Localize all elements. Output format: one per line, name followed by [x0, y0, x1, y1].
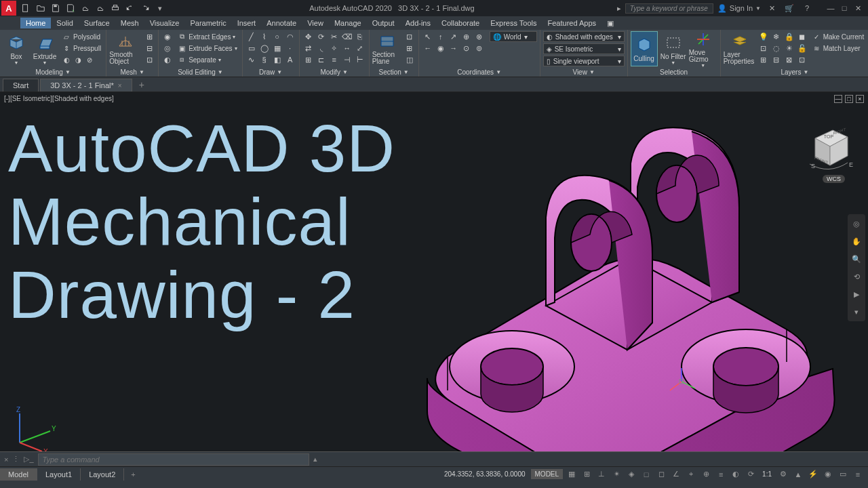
presspull-button[interactable]: ⇕Presspull — [60, 43, 103, 54]
anno-monitor-icon[interactable]: ▲ — [792, 468, 804, 481]
subtract-icon[interactable]: ◎ — [161, 43, 174, 54]
layout-tab-2[interactable]: Layout2 — [81, 468, 124, 481]
separate-button[interactable]: ⧈Separate▾ — [175, 54, 239, 65]
new-tab-button[interactable]: + — [134, 78, 150, 92]
model-space-button[interactable]: MODEL — [531, 469, 564, 479]
tab-surface[interactable]: Surface — [79, 18, 115, 28]
minimize-button[interactable]: — — [825, 3, 837, 14]
lineweight-status-icon[interactable]: ≡ — [715, 468, 727, 481]
helix-icon[interactable]: § — [258, 54, 271, 65]
tab-express[interactable]: Express Tools — [485, 18, 542, 28]
section-plane-button[interactable]: Section Plane — [372, 31, 402, 66]
coord-7[interactable]: ◉ — [435, 43, 447, 54]
saveas-icon[interactable] — [64, 1, 77, 15]
layer-off-icon[interactable]: ◌ — [770, 43, 783, 54]
align-icon[interactable]: ≡ — [328, 54, 340, 65]
coord-2[interactable]: ↑ — [435, 31, 447, 42]
layer-freeze-icon[interactable]: ❄ — [770, 31, 783, 42]
coord-5[interactable]: ⊗ — [473, 31, 486, 42]
dynucs-status-icon[interactable]: ⌖ — [685, 468, 697, 481]
tab-collaborate[interactable]: Collaborate — [436, 18, 485, 28]
layout-tab-1[interactable]: Layout1 — [37, 468, 81, 481]
section-more-3[interactable]: ◫ — [403, 54, 416, 65]
tab-output[interactable]: Output — [367, 18, 400, 28]
tab-addins[interactable]: Add-ins — [400, 18, 436, 28]
view-preset-dropdown[interactable]: ◈ SE Isometric ▾ — [543, 43, 625, 54]
customize-status-icon[interactable]: ≡ — [852, 468, 864, 481]
open-icon[interactable] — [34, 1, 47, 15]
cart-icon[interactable]: 🛒 — [783, 1, 796, 15]
drawing-viewport[interactable]: [-][SE Isometric][Shaded with edges] — □… — [0, 92, 868, 466]
text-icon[interactable]: A — [284, 54, 296, 65]
coord-4[interactable]: ⊕ — [460, 31, 473, 42]
world-dropdown[interactable]: 🌐 World ▾ — [490, 31, 537, 42]
union-icon[interactable]: ◉ — [161, 31, 174, 42]
layer-misc-2[interactable]: ⊟ — [770, 54, 783, 65]
clean-screen-icon[interactable]: ▭ — [837, 468, 849, 481]
copy-icon[interactable]: ⎘ — [354, 31, 366, 42]
3dosnap-status-icon[interactable]: ◻ — [655, 468, 667, 481]
section-more-1[interactable]: ⊡ — [403, 31, 416, 42]
cloud-open-icon[interactable] — [79, 1, 92, 15]
signin-button[interactable]: 👤 Sign In ▼ — [717, 4, 761, 13]
layer-lock-icon[interactable]: 🔒 — [783, 31, 795, 42]
erase-icon[interactable]: ⌫ — [341, 31, 353, 42]
circle-icon[interactable]: ○ — [271, 31, 283, 42]
intersect-icon[interactable]: ◐ — [161, 54, 174, 65]
help-search-input[interactable]: Type a keyword or phrase — [625, 3, 713, 14]
pan-icon[interactable]: ✋ — [850, 235, 863, 248]
help-icon[interactable]: ? — [800, 1, 814, 15]
coord-6[interactable]: ← — [422, 43, 434, 54]
layer-color-icon[interactable]: ◼ — [796, 31, 808, 42]
rect-icon[interactable]: ▭ — [245, 43, 258, 54]
anno-scale[interactable]: 1:1 — [760, 470, 774, 478]
layer-misc-1[interactable]: ⊞ — [757, 54, 770, 65]
orbit-icon[interactable]: ⟲ — [850, 270, 863, 283]
arc-icon[interactable]: ◠ — [284, 31, 296, 42]
hatch-icon[interactable]: ▦ — [271, 43, 283, 54]
cmdline-close-icon[interactable]: × — [4, 455, 8, 464]
command-input[interactable] — [38, 453, 309, 466]
make-current-button[interactable]: ✓Make Current — [810, 31, 867, 42]
visual-style-dropdown[interactable]: ◐ Shaded with edges ▾ — [543, 31, 625, 42]
undo-icon[interactable] — [123, 1, 137, 15]
close-button[interactable]: ✕ — [852, 3, 864, 14]
move-gizmo-button[interactable]: Move Gizmo▼ — [689, 31, 717, 66]
mesh-more-3[interactable]: ⊡ — [143, 54, 155, 65]
snap-status-icon[interactable]: ⊞ — [580, 468, 593, 481]
line-icon[interactable]: ╱ — [245, 31, 258, 42]
grid-status-icon[interactable]: ▦ — [566, 468, 578, 481]
view-cube[interactable]: TOP FRONT RIGHT S E — [802, 119, 856, 174]
tab-featured[interactable]: Featured Apps — [542, 18, 602, 28]
tab-view[interactable]: View — [302, 18, 329, 28]
culling-button[interactable]: Culling — [631, 31, 658, 66]
vp-max-icon[interactable]: □ — [845, 95, 853, 103]
move-icon[interactable]: ✥ — [302, 31, 315, 42]
zoom-icon[interactable]: 🔍 — [850, 252, 863, 266]
trim-icon[interactable]: ✂ — [328, 31, 340, 42]
point-icon[interactable]: · — [284, 43, 296, 54]
polysolid-button[interactable]: ▱Polysolid — [60, 31, 103, 42]
drawing-tab[interactable]: 3D 3X - 2 - 1 Final*× — [40, 79, 132, 92]
coord-8[interactable]: → — [448, 43, 460, 54]
tab-visualize[interactable]: Visualize — [144, 18, 185, 28]
explode-icon[interactable]: ✧ — [328, 43, 340, 54]
vp-close-icon[interactable]: × — [856, 95, 864, 103]
layer-props-button[interactable]: Layer Properties — [724, 31, 756, 66]
qat-dropdown-icon[interactable]: ▾ — [153, 1, 167, 15]
stretch-icon[interactable]: ↔ — [341, 43, 353, 54]
nofilter-button[interactable]: No Filter▼ — [659, 31, 688, 66]
break-icon[interactable]: ⊣ — [341, 54, 353, 65]
layout-tab-model[interactable]: Model — [0, 468, 37, 481]
match-layer-button[interactable]: ≋Match Layer — [810, 43, 867, 54]
tab-solid[interactable]: Solid — [51, 18, 78, 28]
exchange-icon[interactable]: ✕ — [765, 1, 778, 15]
layer-iso-icon[interactable]: ⊡ — [757, 43, 770, 54]
isolate-icon[interactable]: ◉ — [822, 468, 834, 481]
spline-icon[interactable]: ∿ — [245, 54, 258, 65]
array-icon[interactable]: ⊞ — [302, 54, 315, 65]
scale-icon[interactable]: ⤢ — [354, 43, 366, 54]
workspace-icon[interactable]: ⚙ — [777, 468, 789, 481]
tab-annotate[interactable]: Annotate — [261, 18, 302, 28]
polar-status-icon[interactable]: ✴ — [610, 468, 623, 481]
